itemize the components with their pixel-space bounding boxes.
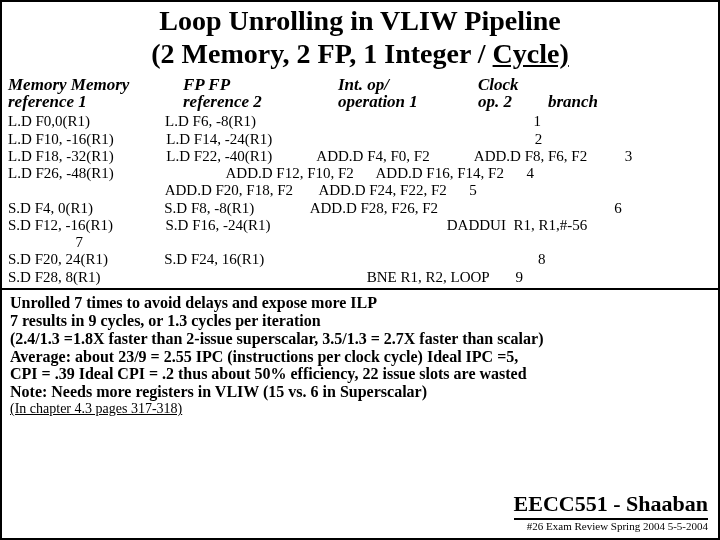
table-row: L.D F10, -16(R1) L.D F14, -24(R1) 2 [8,131,712,148]
subtitle-underline: Cycle) [493,38,569,69]
notes-block: Unrolled 7 times to avoid delays and exp… [10,294,710,401]
hdr-mem: Memory Memory reference 1 [8,76,183,112]
table-header: Memory Memory reference 1 FP FP referenc… [8,76,712,112]
page-footer: #26 Exam Review Spring 2004 5-5-2004 [514,520,708,532]
table-rows: L.D F0,0(R1) L.D F6, -8(R1) 1 L.D F10, -… [8,113,712,286]
note-line: (2.4/1.3 =1.8X faster than 2-issue super… [10,330,710,348]
hdr-fp-b: reference 2 [183,92,262,111]
note-line: CPI = .39 Ideal CPI = .2 thus about 50% … [10,365,710,383]
table-row: L.D F0,0(R1) L.D F6, -8(R1) 1 [8,113,712,130]
footer-box: EECC551 - Shaaban #26 Exam Review Spring… [512,491,710,532]
hdr-clock-b: op. 2 [478,92,512,111]
slide-subtitle: (2 Memory, 2 FP, 1 Integer / Cycle) [22,39,698,70]
table-row: ADD.D F20, F18, F2 ADD.D F24, F22, F2 5 [8,182,712,199]
subtitle-text: (2 Memory, 2 FP, 1 Integer / [151,38,492,69]
chapter-ref: (In chapter 4.3 pages 317-318) [10,401,710,417]
hdr-mem-a: Memory Memory [8,75,129,94]
table-row: S.D F28, 8(R1) BNE R1, R2, LOOP 9 [8,269,712,286]
note-line: Unrolled 7 times to avoid delays and exp… [10,294,710,312]
hdr-int-a: Int. op/ [338,75,389,94]
hdr-fp: FP FP reference 2 [183,76,338,112]
hdr-int-b: operation 1 [338,92,418,111]
hdr-int: Int. op/ operation 1 [338,76,478,112]
table-row: S.D F12, -16(R1) S.D F16, -24(R1) DADDUI… [8,217,712,234]
schedule-table: Memory Memory reference 1 FP FP referenc… [2,76,718,290]
table-row: S.D F20, 24(R1) S.D F24, 16(R1) 8 [8,251,712,268]
table-row: S.D F4, 0(R1) S.D F8, -8(R1) ADD.D F28, … [8,200,712,217]
hdr-branch-b: branch [548,92,598,111]
course-label: EECC551 - Shaaban [514,491,708,520]
slide-title: Loop Unrolling in VLIW Pipeline [22,6,698,37]
table-row: L.D F26, -48(R1) ADD.D F12, F10, F2 ADD.… [8,165,712,182]
note-line: Average: about 23/9 = 2.55 IPC (instruct… [10,348,710,366]
hdr-clock: Clock op. 2 [478,76,548,112]
table-row: L.D F18, -32(R1) L.D F22, -40(R1) ADD.D … [8,148,712,165]
hdr-clock-a: Clock [478,75,519,94]
hdr-mem-b: reference 1 [8,92,87,111]
table-row: 7 [8,234,712,251]
hdr-fp-a: FP FP [183,75,230,94]
hdr-branch: branch [548,76,712,112]
note-line: Note: Needs more registers in VLIW (15 v… [10,383,710,401]
note-line: 7 results in 9 cycles, or 1.3 cycles per… [10,312,710,330]
